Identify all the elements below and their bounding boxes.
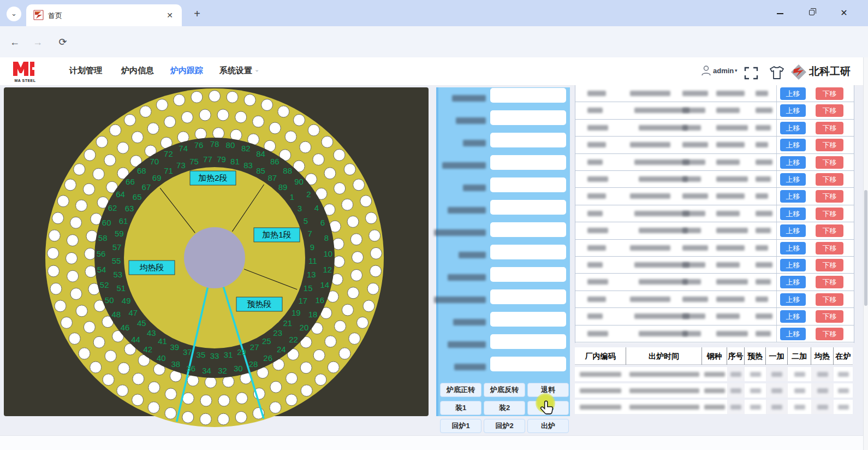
reload-button[interactable]: ⟳ — [55, 34, 71, 50]
nav-item-plan-management[interactable]: 计划管理 — [69, 66, 102, 76]
sequence-row: 上移下移 — [575, 291, 854, 308]
slot-circle — [235, 111, 247, 123]
move-up-button[interactable]: 上移 — [780, 173, 806, 186]
position-number: 33 — [210, 351, 219, 360]
charge-1-button[interactable]: 装1 — [440, 401, 481, 415]
move-down-button[interactable]: 下移 — [816, 122, 843, 134]
form-input[interactable] — [490, 357, 566, 371]
move-down-button[interactable]: 下移 — [816, 293, 843, 306]
slot-circle — [286, 372, 298, 384]
form-input[interactable] — [490, 177, 566, 192]
new-tab-button[interactable]: + — [191, 8, 203, 20]
move-up-button[interactable]: 上移 — [780, 293, 806, 306]
cell-redacted — [716, 159, 740, 165]
move-up-button[interactable]: 上移 — [780, 208, 806, 220]
position-number: 15 — [304, 283, 313, 293]
nav-item-furnace-tracking[interactable]: 炉内跟踪 — [170, 66, 203, 76]
move-up-button[interactable]: 上移 — [780, 259, 806, 271]
move-up-button[interactable]: 上移 — [780, 190, 806, 203]
browser-tab[interactable]: 首页 ✕ — [26, 4, 182, 26]
theme-shirt-icon[interactable] — [769, 66, 785, 80]
slot-circle — [61, 317, 72, 328]
furnace-svg[interactable]: 1234567891011121314151617181920212223242… — [4, 87, 429, 433]
move-down-button[interactable]: 下移 — [816, 156, 843, 169]
move-up-button[interactable]: 上移 — [780, 242, 806, 254]
position-number: 58 — [98, 233, 108, 242]
form-input[interactable] — [490, 334, 566, 349]
cell-redacted — [716, 142, 745, 147]
slot-circle — [367, 283, 379, 294]
hearth-reverse-button[interactable]: 炉底反转 — [484, 383, 525, 397]
page-scrollbar-thumb[interactable] — [864, 190, 867, 306]
position-number: 64 — [116, 190, 125, 199]
form-input[interactable] — [490, 267, 566, 282]
move-up-button[interactable]: 上移 — [780, 328, 806, 340]
tab-search-chevron-icon[interactable]: ⌄ — [7, 7, 21, 21]
move-down-button[interactable]: 下移 — [816, 139, 843, 151]
move-up-button[interactable]: 上移 — [780, 87, 806, 100]
nav-item-system-settings[interactable]: 系统设置 — [219, 66, 252, 76]
form-input[interactable] — [490, 312, 566, 327]
move-up-button[interactable]: 上移 — [780, 104, 806, 117]
form-label-redacted — [448, 207, 486, 214]
form-input[interactable] — [490, 133, 566, 147]
cell-redacted — [817, 388, 828, 393]
slot-circle — [74, 164, 85, 175]
charge-2-button[interactable]: 装2 — [484, 401, 525, 415]
form-input[interactable] — [490, 110, 566, 125]
move-up-button[interactable]: 上移 — [780, 122, 806, 134]
tab-close-icon[interactable]: ✕ — [164, 10, 175, 21]
slot-circle — [133, 373, 144, 384]
form-row — [436, 200, 570, 222]
user-icon — [701, 65, 711, 76]
cursor-hand-icon — [540, 400, 554, 415]
form-input[interactable] — [490, 289, 566, 304]
move-down-button[interactable]: 下移 — [816, 224, 843, 237]
move-down-button[interactable]: 下移 — [816, 190, 843, 203]
fullscreen-icon[interactable] — [744, 67, 758, 80]
move-up-button[interactable]: 上移 — [780, 139, 806, 151]
hearth-forward-button[interactable]: 炉底正转 — [440, 383, 481, 397]
discharge-button[interactable]: 出炉 — [527, 419, 569, 433]
position-number: 66 — [126, 177, 135, 186]
move-down-button[interactable]: 下移 — [816, 208, 843, 220]
position-number: 72 — [164, 149, 173, 158]
cell-redacted — [587, 228, 608, 233]
forward-button[interactable]: → — [29, 34, 46, 50]
cell-redacted — [794, 405, 805, 410]
slot-circle — [270, 381, 282, 393]
window-minimize-button[interactable] — [772, 7, 788, 20]
move-down-button[interactable]: 下移 — [816, 276, 843, 288]
move-up-button[interactable]: 上移 — [780, 276, 806, 288]
nav-item-furnace-info[interactable]: 炉内信息 — [121, 66, 154, 76]
move-up-button[interactable]: 上移 — [780, 310, 806, 323]
cell-redacted — [682, 245, 708, 251]
slot-circle — [156, 99, 168, 111]
form-input[interactable] — [490, 245, 566, 259]
form-label-redacted — [448, 274, 486, 281]
cell-heat-1 — [766, 400, 788, 414]
move-down-button[interactable]: 下移 — [816, 87, 843, 100]
move-up-button[interactable]: 上移 — [780, 224, 806, 237]
slot-circle — [69, 333, 80, 345]
position-number: 4 — [314, 203, 319, 212]
slot-circle — [132, 132, 143, 143]
window-close-button[interactable]: ✕ — [836, 7, 852, 20]
form-input[interactable] — [490, 88, 566, 103]
move-down-button[interactable]: 下移 — [816, 259, 843, 271]
form-input[interactable] — [490, 222, 566, 237]
form-input[interactable] — [490, 155, 566, 170]
move-down-button[interactable]: 下移 — [816, 242, 843, 254]
window-restore-button[interactable] — [804, 7, 820, 20]
back-button[interactable]: ← — [7, 34, 23, 50]
move-down-button[interactable]: 下移 — [816, 173, 843, 186]
return-furnace-1-button[interactable]: 回炉1 — [440, 419, 481, 433]
return-furnace-2-button[interactable]: 回炉2 — [484, 419, 525, 433]
position-number: 32 — [218, 366, 227, 375]
form-input[interactable] — [490, 200, 566, 215]
move-down-button[interactable]: 下移 — [816, 328, 843, 340]
move-up-button[interactable]: 上移 — [780, 156, 806, 169]
move-down-button[interactable]: 下移 — [816, 104, 843, 117]
move-down-button[interactable]: 下移 — [816, 310, 843, 323]
position-number: 74 — [179, 144, 188, 153]
